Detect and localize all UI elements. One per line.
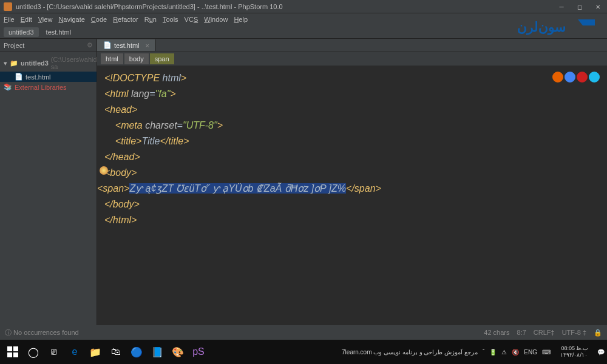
firefox-icon[interactable]	[552, 72, 563, 83]
status-left: No occurrences found	[13, 329, 79, 336]
chrome-icon[interactable]	[565, 72, 575, 83]
menu-help[interactable]: Help	[234, 16, 248, 23]
bc-span[interactable]: span	[150, 53, 174, 64]
status-encoding[interactable]: UTF-8 ‡	[562, 329, 586, 337]
tray-volume-icon[interactable]: 🔇	[512, 349, 519, 356]
close-button[interactable]: ✕	[589, 0, 607, 13]
word-icon[interactable]: 📘	[147, 342, 168, 362]
html-file-icon: 📄	[15, 73, 23, 81]
tray-network-icon[interactable]: ⚠	[501, 349, 507, 356]
main-menu: File Edit View Navigate Code Refactor Ru…	[0, 13, 607, 25]
system-tray: 7learn.com مرجع آموزش طراحی و برنامه نوی…	[342, 345, 605, 359]
menu-code[interactable]: Code	[91, 16, 107, 23]
ie-icon[interactable]	[589, 72, 600, 83]
tab-test-html[interactable]: 📄 test.html ×	[97, 39, 156, 51]
tray-text: 7learn.com مرجع آموزش طراحی و برنامه نوی…	[342, 349, 478, 356]
window-title: untitled3 - [C:/Users/vahid salehi/Phpst…	[16, 3, 283, 10]
explorer-icon[interactable]: 📁	[85, 342, 106, 362]
tree-root[interactable]: untitled3	[21, 59, 49, 67]
project-panel-title: Project	[4, 42, 24, 49]
cortana-icon[interactable]: ◯	[23, 342, 44, 362]
breadcrumb-project[interactable]: untitled3	[4, 27, 39, 37]
status-lock-icon[interactable]: 🔒	[594, 329, 602, 337]
bc-body[interactable]: body	[124, 53, 149, 64]
project-tree[interactable]: ▾ 📁 untitled3 (C:\Users\vahid sa 📄 test.…	[0, 52, 97, 95]
svg-text:سون‌لرن: سون‌لرن	[517, 19, 566, 35]
app-icon	[4, 2, 12, 11]
library-icon: 📚	[4, 83, 12, 91]
windows-taskbar: ◯ ⎚ e 📁 🛍 🔵 📘 🎨 pS 7learn.com مرجع آموزش…	[0, 340, 607, 364]
project-tool-window: Project ⚙ ▾ 📁 untitled3 (C:\Users\vahid …	[0, 39, 97, 325]
watermark-logo: سون‌لرن	[517, 15, 596, 39]
menu-run[interactable]: Run	[144, 16, 157, 23]
status-line-ending[interactable]: CRLF‡	[534, 329, 555, 337]
menu-view[interactable]: View	[38, 16, 53, 23]
breadcrumb-file[interactable]: test.html	[41, 27, 76, 37]
close-tab-icon[interactable]: ×	[146, 42, 149, 49]
menu-window[interactable]: Window	[204, 16, 228, 23]
status-position[interactable]: 8:7	[517, 329, 526, 337]
phpstorm-taskbar-icon[interactable]: pS	[188, 342, 209, 362]
tray-lang[interactable]: ENG	[524, 349, 537, 356]
menu-file[interactable]: File	[4, 16, 15, 23]
status-info-icon: ⓘ	[5, 329, 12, 336]
bc-html[interactable]: html	[101, 53, 123, 64]
menu-navigate[interactable]: Navigate	[58, 16, 84, 23]
menu-edit[interactable]: Edit	[21, 16, 32, 23]
start-button[interactable]	[2, 342, 23, 362]
code-editor[interactable]: <!DOCTYPE html> <html lang="fa"> <head> …	[97, 66, 607, 233]
action-center-icon[interactable]: 💬	[597, 349, 605, 356]
chrome-taskbar-icon[interactable]: 🔵	[126, 342, 147, 362]
edge-icon[interactable]: e	[64, 342, 85, 362]
tray-keyboard-icon[interactable]: ⌨	[542, 349, 551, 356]
browser-icons-bar	[552, 72, 600, 83]
gutter-marker-icon[interactable]	[100, 166, 108, 175]
tree-root-path: (C:\Users\vahid sa	[51, 56, 97, 70]
svg-rect-1	[7, 346, 12, 351]
opera-icon[interactable]	[577, 72, 588, 83]
svg-rect-4	[13, 352, 18, 357]
store-icon[interactable]: 🛍	[106, 342, 126, 362]
maximize-button[interactable]: ◻	[571, 0, 589, 13]
minimize-button[interactable]: ─	[552, 0, 571, 13]
navigation-bar: untitled3 test.html	[0, 25, 607, 39]
tray-battery-icon[interactable]: 🔋	[489, 349, 497, 356]
menu-refactor[interactable]: Refactor	[113, 16, 138, 23]
editor-area: 📄 test.html × html body span <!DOCTYPE h…	[97, 39, 607, 325]
window-titlebar: untitled3 - [C:/Users/vahid salehi/Phpst…	[0, 0, 607, 13]
editor-breadcrumbs: html body span	[97, 52, 607, 66]
editor-tabs: 📄 test.html ×	[97, 39, 607, 52]
folder-icon: 📁	[10, 59, 18, 67]
tray-clock[interactable]: 08:05 ب.ظ۱۳۹۳/۰۸/۱۰	[555, 345, 592, 359]
menu-vcs[interactable]: VCS	[185, 16, 198, 23]
status-chars: 42 chars	[484, 329, 509, 337]
tray-up-icon[interactable]: ˆ	[483, 349, 484, 356]
paint-icon[interactable]: 🎨	[168, 342, 188, 362]
svg-rect-2	[13, 346, 18, 351]
menu-tools[interactable]: Tools	[163, 16, 178, 23]
tree-external-libs[interactable]: External Libraries	[15, 84, 67, 91]
status-bar: ⓘ No occurrences found 42 chars 8:7 CRLF…	[0, 325, 607, 340]
task-view-icon[interactable]: ⎚	[44, 342, 64, 362]
chevron-down-icon[interactable]: ▾	[4, 59, 7, 67]
tree-file[interactable]: test.html	[25, 73, 51, 81]
svg-rect-3	[7, 352, 12, 357]
html-file-icon: 📄	[103, 41, 112, 49]
tab-label: test.html	[114, 42, 140, 49]
panel-settings-icon[interactable]: ⚙	[87, 41, 93, 49]
